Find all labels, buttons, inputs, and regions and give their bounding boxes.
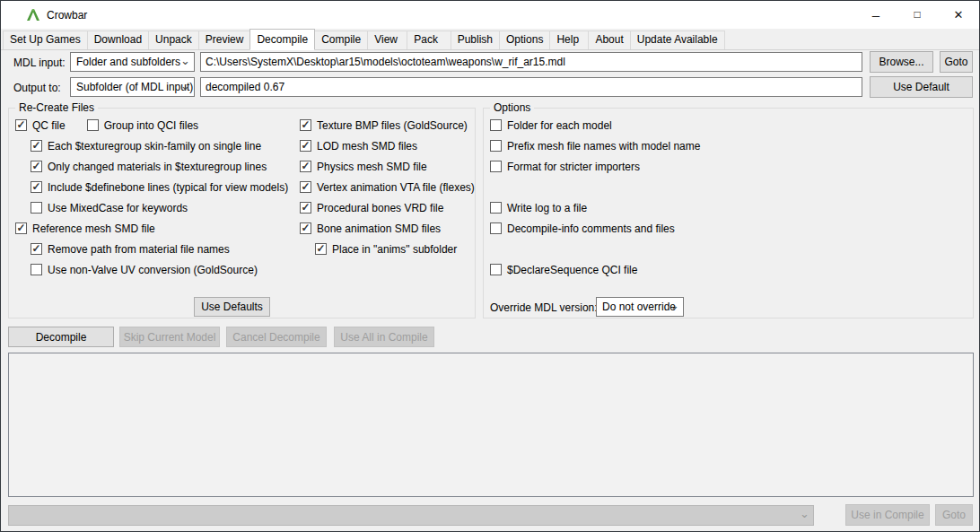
mdl-input-path-field[interactable] (200, 52, 862, 72)
tab-pack[interactable]: Pack (407, 31, 451, 49)
checkbox-row: ✓Bone animation SMD files (300, 218, 475, 239)
decompiled-files-dropdown[interactable]: ⌄ (8, 505, 814, 526)
checkbox-use-mixedcase-for-keywords[interactable]: Use MixedCase for keywords (31, 202, 188, 214)
checkbox-write-log-to-a-file[interactable]: Write log to a file (490, 202, 587, 214)
checkbox-unchecked-box[interactable] (490, 202, 502, 214)
checkbox-checked-box[interactable]: ✓ (300, 161, 311, 172)
titlebar: Crowbar – □ ✕ (1, 1, 979, 29)
checkbox-declaresequence-qci-file[interactable]: $DeclareSequence QCI file (490, 264, 637, 276)
tab-options[interactable]: Options (499, 31, 550, 49)
minimize-icon[interactable]: – (855, 1, 897, 28)
goto-mdl-button[interactable]: Goto (940, 51, 973, 73)
checkbox-checked-box[interactable]: ✓ (300, 181, 311, 193)
checkbox-checked-box[interactable]: ✓ (31, 181, 42, 193)
checkbox-qc-file[interactable]: ✓QC file (15, 119, 66, 132)
checkbox-row: ✓Include $definebone lines (typical for … (15, 177, 288, 197)
checkbox-unchecked-box[interactable] (87, 119, 99, 131)
use-defaults-button[interactable]: Use Defaults (194, 297, 270, 317)
checkbox-label: Procedural bones VRD file (317, 202, 443, 214)
checkbox-procedural-bones-vrd-file[interactable]: ✓Procedural bones VRD file (300, 202, 443, 214)
checkbox-label: Physics mesh SMD file (317, 161, 427, 173)
checkbox-unchecked-box[interactable] (490, 222, 502, 234)
checkbox-checked-box[interactable]: ✓ (300, 140, 311, 152)
checkbox-texture-bmp-files-goldsource[interactable]: ✓Texture BMP files (GoldSource) (300, 119, 468, 132)
crowbar-logo-icon (25, 7, 41, 22)
use-in-compile-button[interactable]: Use in Compile (845, 504, 930, 526)
checkbox-checked-box[interactable]: ✓ (31, 140, 42, 152)
use-all-in-compile-button[interactable]: Use All in Compile (334, 327, 434, 347)
tab-publish[interactable]: Publish (451, 31, 500, 49)
output-folder-field[interactable] (200, 77, 862, 97)
checkbox-label: Remove path from material file names (48, 243, 230, 256)
checkbox-label: Place in "anims" subfolder (332, 243, 457, 256)
tab-update-available[interactable]: Update Available (630, 31, 725, 49)
tab-view[interactable]: View (367, 31, 407, 49)
decompile-log-output[interactable] (8, 353, 974, 497)
crowbar-window: Crowbar – □ ✕ Set Up GamesDownloadUnpack… (0, 0, 980, 532)
tab-decompile[interactable]: Decompile (249, 29, 315, 50)
tab-compile[interactable]: Compile (314, 31, 368, 49)
checkbox-include-definebone-lines-typical-for-view-models[interactable]: ✓Include $definebone lines (typical for … (31, 181, 288, 194)
checkbox-checked-box[interactable]: ✓ (31, 243, 42, 255)
checkbox-unchecked-box[interactable] (490, 140, 502, 152)
use-default-button[interactable]: Use Default (870, 76, 973, 98)
checkbox-reference-mesh-smd-file[interactable]: ✓Reference mesh SMD file (15, 222, 155, 235)
checkbox-checked-box[interactable]: ✓ (31, 161, 42, 172)
close-icon[interactable]: ✕ (938, 1, 979, 28)
checkbox-label: QC file (32, 119, 66, 132)
checkbox-bone-animation-smd-files[interactable]: ✓Bone animation SMD files (300, 222, 441, 235)
output-mode-dropdown[interactable]: Subfolder (of MDL input) ⌄ (70, 77, 195, 97)
cancel-decompile-button[interactable]: Cancel Decompile (226, 327, 327, 347)
goto-output-button[interactable]: Goto (935, 504, 973, 526)
browse-button[interactable]: Browse... (870, 51, 933, 73)
mdl-input-mode-dropdown[interactable]: Folder and subfolders ⌄ (70, 52, 195, 72)
skip-current-model-button[interactable]: Skip Current Model (119, 327, 220, 347)
checkbox-unchecked-box[interactable] (490, 264, 502, 275)
checkbox-physics-mesh-smd-file[interactable]: ✓Physics mesh SMD file (300, 161, 427, 173)
checkbox-lod-mesh-smd-files[interactable]: ✓LOD mesh SMD files (300, 140, 417, 153)
checkbox-label: Write log to a file (507, 202, 587, 214)
checkbox-unchecked-box[interactable] (490, 119, 502, 131)
tab-about[interactable]: About (588, 31, 630, 49)
checkbox-checked-box[interactable]: ✓ (15, 222, 27, 234)
checkbox-unchecked-box[interactable] (31, 264, 42, 275)
override-mdl-version-dropdown[interactable]: Do not override ⌄ (596, 297, 684, 317)
maximize-icon[interactable]: □ (897, 1, 938, 28)
checkbox-unchecked-box[interactable] (490, 161, 502, 172)
override-mdl-version-label: Override MDL version: (490, 301, 598, 314)
tab-preview[interactable]: Preview (198, 31, 251, 49)
checkbox-use-non-valve-uv-conversion-goldsource[interactable]: Use non-Valve UV conversion (GoldSource) (31, 264, 258, 276)
checkbox-checked-box[interactable]: ✓ (315, 243, 327, 255)
tab-download[interactable]: Download (87, 31, 149, 49)
checkbox-group-into-qci-files[interactable]: Group into QCI files (87, 119, 198, 132)
checkbox-label: Format for stricter importers (507, 161, 640, 173)
checkbox-folder-for-each-model[interactable]: Folder for each model (490, 119, 612, 132)
checkbox-vertex-animation-vta-file-flexes[interactable]: ✓Vertex animation VTA file (flexes) (300, 181, 475, 194)
tab-set-up-games[interactable]: Set Up Games (3, 31, 88, 49)
checkbox-label: Each $texturegroup skin-family on single… (48, 140, 261, 153)
decompile-button[interactable]: Decompile (8, 327, 114, 347)
checkbox-row: Prefix mesh file names with model name (490, 135, 700, 156)
checkbox-label: $DeclareSequence QCI file (507, 264, 637, 276)
checkbox-only-changed-materials-in-texturegroup-lines[interactable]: ✓Only changed materials in $texturegroup… (31, 161, 267, 173)
checkbox-unchecked-box[interactable] (31, 202, 42, 214)
checkbox-row: Use MixedCase for keywords (15, 197, 288, 218)
checkbox-decompile-info-comments-and-files[interactable]: Decompile-info comments and files (490, 222, 675, 235)
tab-unpack[interactable]: Unpack (148, 31, 199, 49)
checkbox-checked-box[interactable]: ✓ (300, 202, 311, 214)
tab-help[interactable]: Help (549, 31, 589, 49)
checkbox-checked-box[interactable]: ✓ (15, 119, 27, 131)
checkbox-label: Folder for each model (507, 119, 612, 132)
checkbox-row: ✓Place in "anims" subfolder (300, 239, 475, 259)
checkbox-place-in-anims-subfolder[interactable]: ✓Place in "anims" subfolder (315, 243, 457, 256)
checkbox-row: Folder for each model (490, 115, 700, 135)
checkbox-prefix-mesh-file-names-with-model-name[interactable]: Prefix mesh file names with model name (490, 140, 700, 153)
checkbox-label: Bone animation SMD files (317, 222, 441, 235)
checkbox-label: Only changed materials in $texturegroup … (48, 161, 267, 173)
checkbox-checked-box[interactable]: ✓ (300, 222, 311, 234)
checkbox-remove-path-from-material-file-names[interactable]: ✓Remove path from material file names (31, 243, 230, 256)
checkbox-format-for-stricter-importers[interactable]: Format for stricter importers (490, 161, 640, 173)
checkbox-checked-box[interactable]: ✓ (300, 119, 311, 131)
output-to-label: Output to: (13, 82, 61, 94)
checkbox-each-texturegroup-skin-family-on-single-line[interactable]: ✓Each $texturegroup skin-family on singl… (31, 140, 261, 153)
